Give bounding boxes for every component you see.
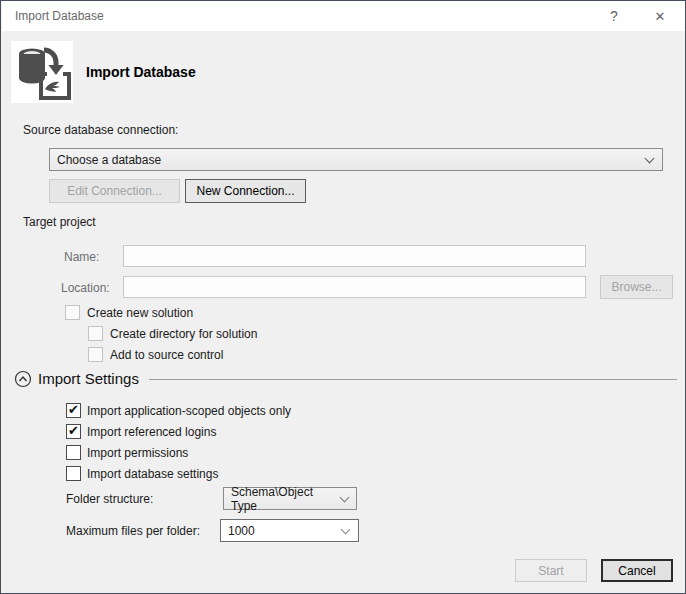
close-button[interactable]: ✕: [640, 1, 680, 31]
import-permissions-label: Import permissions: [87, 446, 188, 460]
create-new-solution-label: Create new solution: [87, 306, 193, 320]
help-icon: ?: [610, 8, 618, 24]
create-directory-checkbox[interactable]: [88, 326, 103, 341]
collapse-section-button[interactable]: [14, 370, 32, 388]
window-title: Import Database: [15, 1, 104, 31]
max-files-combobox[interactable]: 1000: [220, 519, 359, 542]
chevron-down-icon: [340, 493, 350, 503]
new-connection-label: New Connection...: [196, 184, 294, 198]
import-referenced-logins-checkbox[interactable]: ✔: [66, 424, 81, 439]
help-button[interactable]: ?: [594, 1, 634, 31]
edit-connection-button[interactable]: Edit Connection...: [49, 179, 180, 203]
max-files-label: Maximum files per folder:: [66, 524, 200, 538]
source-connection-combobox[interactable]: Choose a database: [49, 148, 663, 171]
edit-connection-label: Edit Connection...: [67, 184, 162, 198]
location-field[interactable]: [123, 276, 586, 298]
source-connection-label: Source database connection:: [23, 123, 178, 137]
checkmark: ✔: [68, 424, 79, 437]
name-field[interactable]: [123, 245, 586, 267]
page-title: Import Database: [86, 41, 196, 103]
start-label: Start: [538, 564, 563, 578]
add-source-control-checkbox[interactable]: [88, 347, 103, 362]
cancel-label: Cancel: [618, 564, 655, 578]
import-referenced-logins-label: Import referenced logins: [87, 425, 216, 439]
add-source-control-label: Add to source control: [110, 348, 223, 362]
chevron-down-icon: [645, 154, 655, 164]
start-button[interactable]: Start: [515, 559, 587, 582]
import-database-settings-label: Import database settings: [87, 467, 218, 481]
source-connection-value: Choose a database: [57, 153, 161, 167]
name-label: Name:: [64, 250, 99, 264]
max-files-value: 1000: [228, 524, 255, 538]
create-directory-label: Create directory for solution: [110, 327, 257, 341]
browse-label: Browse...: [611, 280, 661, 294]
import-database-settings-checkbox[interactable]: [66, 466, 81, 481]
import-settings-title: Import Settings: [38, 370, 139, 387]
section-divider: [149, 379, 677, 380]
import-app-scoped-label: Import application-scoped objects only: [87, 404, 291, 418]
titlebar: Import Database ? ✕: [2, 1, 686, 31]
new-connection-button[interactable]: New Connection...: [185, 179, 306, 203]
target-project-label: Target project: [23, 215, 96, 229]
import-permissions-checkbox[interactable]: [66, 445, 81, 460]
location-label: Location:: [61, 281, 110, 295]
checkmark: ✔: [68, 403, 79, 416]
create-new-solution-checkbox[interactable]: [65, 305, 80, 320]
import-database-dialog: Import Database ? ✕ Import Database Sour…: [0, 0, 686, 594]
folder-structure-label: Folder structure:: [66, 492, 153, 506]
browse-button[interactable]: Browse...: [600, 275, 673, 299]
close-icon: ✕: [655, 9, 666, 24]
folder-structure-combobox[interactable]: Schema\Object Type: [223, 487, 357, 510]
import-app-scoped-checkbox[interactable]: ✔: [66, 403, 81, 418]
folder-structure-value: Schema\Object Type: [231, 485, 332, 513]
import-database-icon: [11, 41, 73, 103]
cancel-button[interactable]: Cancel: [601, 559, 673, 582]
chevron-down-icon: [341, 525, 351, 535]
